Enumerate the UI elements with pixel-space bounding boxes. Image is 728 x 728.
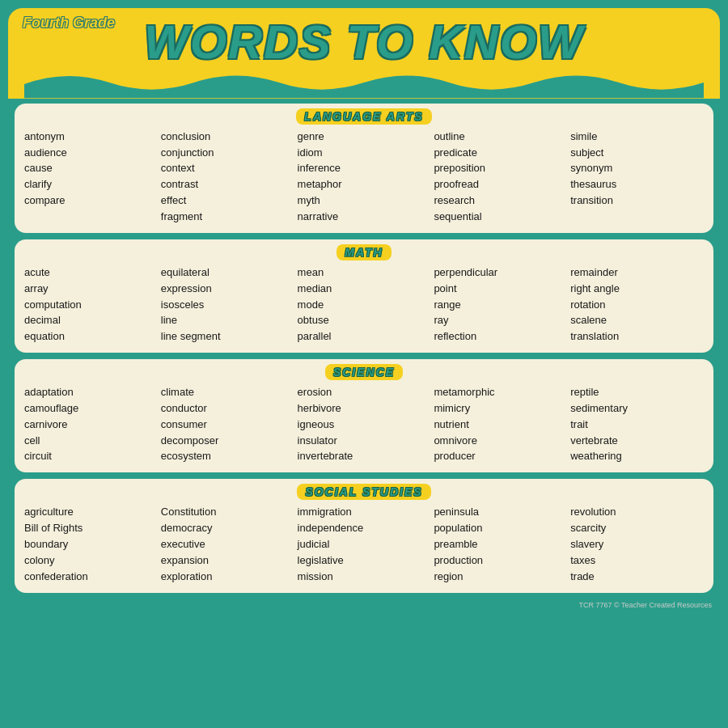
ss-grid: agriculture Bill of Rights boundary colo… bbox=[24, 505, 704, 584]
math-col-2: equilateral expression isosceles line li… bbox=[161, 265, 294, 345]
math-col-4: perpendicular point range ray reflection bbox=[434, 265, 567, 345]
section-title-language-arts: LANGUAGE ARTS bbox=[296, 108, 431, 125]
science-grid: adaptation camouflage carnivore cell cir… bbox=[24, 385, 704, 464]
content-area: LANGUAGE ARTS antonym audience cause cla… bbox=[8, 99, 720, 599]
section-social-studies: SOCIAL STUDIES agriculture Bill of Right… bbox=[15, 479, 713, 592]
page-container: Fourth Grade Words to Know LANGUAGE ARTS… bbox=[0, 0, 728, 728]
section-math: MATH acute array computation decimal equ… bbox=[15, 239, 713, 353]
ss-col-3: immigration independence judicial legisl… bbox=[298, 505, 431, 584]
main-title: Words to Know bbox=[24, 16, 704, 68]
ss-col-2: Constitution democracy executive expansi… bbox=[161, 505, 294, 584]
section-header-social-studies: SOCIAL STUDIES bbox=[24, 484, 704, 500]
math-grid: acute array computation decimal equation… bbox=[24, 265, 704, 345]
math-col-3: mean median mode obtuse parallel bbox=[298, 265, 431, 345]
grade-label: Fourth Grade bbox=[23, 15, 115, 32]
section-language-arts: LANGUAGE ARTS antonym audience cause cla… bbox=[15, 104, 713, 233]
ss-col-1: agriculture Bill of Rights boundary colo… bbox=[24, 505, 158, 584]
ss-col-4: peninsula population preamble production… bbox=[434, 505, 567, 584]
sci-col-4: metamorphic mimicry nutrient omnivore pr… bbox=[434, 385, 567, 464]
section-science: SCIENCE adaptation camouflage carnivore … bbox=[15, 359, 713, 472]
section-header-science: SCIENCE bbox=[24, 364, 704, 380]
math-col-1: acute array computation decimal equation bbox=[24, 265, 158, 345]
la-col-1: antonym audience cause clarify compare bbox=[24, 129, 158, 225]
sci-col-2: climate conductor consumer decomposer ec… bbox=[161, 385, 294, 464]
la-col-3: genre idiom inference metaphor myth narr… bbox=[298, 129, 431, 225]
sci-col-1: adaptation camouflage carnivore cell cir… bbox=[24, 385, 158, 464]
section-title-social-studies: SOCIAL STUDIES bbox=[297, 484, 430, 500]
math-col-5: remainder right angle rotation scalene t… bbox=[570, 265, 704, 345]
sci-col-3: erosion herbivore igneous insulator inve… bbox=[298, 385, 431, 464]
wave-decoration bbox=[24, 68, 704, 99]
section-title-math: MATH bbox=[336, 244, 391, 260]
la-col-2: conclusion conjunction context contrast … bbox=[161, 129, 294, 225]
section-title-science: SCIENCE bbox=[325, 364, 403, 380]
la-col-4: outline predicate preposition proofread … bbox=[434, 129, 567, 225]
ss-col-5: revolution scarcity slavery taxes trade bbox=[570, 505, 704, 584]
header-area: Fourth Grade Words to Know bbox=[8, 8, 720, 99]
la-col-5: simile subject synonym thesaurus transit… bbox=[570, 129, 704, 225]
footer-credit: TCR 7767 © Teacher Created Resources bbox=[8, 599, 720, 609]
section-header-math: MATH bbox=[24, 244, 704, 260]
sci-col-5: reptile sedimentary trait vertebrate wea… bbox=[570, 385, 704, 464]
language-arts-grid: antonym audience cause clarify compare c… bbox=[24, 129, 704, 225]
section-header-language-arts: LANGUAGE ARTS bbox=[24, 108, 704, 125]
